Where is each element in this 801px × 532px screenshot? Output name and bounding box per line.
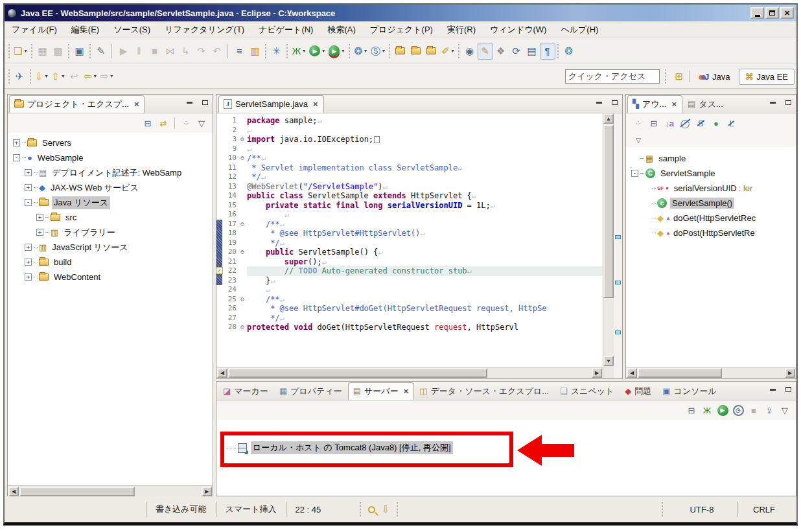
tab-outline[interactable]: ▚ アウ... × xyxy=(627,95,682,113)
expander-icon[interactable]: - xyxy=(13,154,20,161)
code-line-13[interactable]: 13@WebServlet("/ServletSample")↵ xyxy=(216,182,603,192)
code-editor[interactable]: 1package sample;↵2↵3⊕import java.io.IOEx… xyxy=(216,113,603,378)
tab-servletsample-java[interactable]: J ServletSample.java × xyxy=(218,95,324,113)
minimize-view-icon[interactable] xyxy=(594,98,604,107)
minimize-view-icon[interactable] xyxy=(767,98,778,107)
next-annotation-status-icon[interactable]: ⇩ xyxy=(378,502,393,516)
code-line-2[interactable]: 2↵ xyxy=(216,126,603,135)
perspective-java-button[interactable]: J Java xyxy=(692,68,737,85)
outline-item-sample[interactable]: ▦sample xyxy=(626,151,796,166)
code-line-18[interactable]: 18 * @see HttpServlet#HttpServlet()↵ xyxy=(216,229,603,238)
tab-data-source[interactable]: ◫データ・ソース・エクスプロ... xyxy=(414,382,555,400)
tree-item-webcontent[interactable]: +WebContent xyxy=(8,270,213,284)
close-icon[interactable]: × xyxy=(404,386,409,396)
code-line-23[interactable]: 23 }↵ xyxy=(216,276,603,286)
forward-icon[interactable]: ⇨▾ xyxy=(99,68,115,85)
code-line-14[interactable]: 14public class ServletSample extends Htt… xyxy=(216,191,603,201)
tab-servers[interactable]: ▤サーバー× xyxy=(348,382,415,400)
expander-icon[interactable]: - xyxy=(25,199,32,206)
tree-item-websample[interactable]: -●WebSample xyxy=(8,150,213,165)
tab-console[interactable]: ▣コンソール xyxy=(657,382,723,400)
tab-project-explorer[interactable]: プロジェクト・エクスプ... × xyxy=(9,95,145,113)
search-icon[interactable] xyxy=(364,502,378,516)
menu-リファクタリング[interactable]: リファクタリング(T) xyxy=(157,21,251,38)
menu-編集[interactable]: 編集(E) xyxy=(64,21,106,38)
view-caret-icon[interactable]: ▽ xyxy=(194,116,209,130)
tree-item-deployment-descriptor[interactable]: +▤デプロイメント記述子: WebSamp xyxy=(8,165,213,180)
expander-icon[interactable]: - xyxy=(631,170,638,177)
outline-item-serialversionuid[interactable]: SF▪serialVersionUID : lor xyxy=(626,181,796,196)
menu-ソース[interactable]: ソース(S) xyxy=(106,21,157,38)
minimize-view-icon[interactable] xyxy=(767,385,778,394)
maximize-view-icon[interactable] xyxy=(783,385,793,394)
open-perspective-icon[interactable]: ⊞ xyxy=(672,69,686,84)
code-line-10[interactable]: 10⊖/**↵ xyxy=(216,154,603,163)
editor-vscrollbar[interactable]: ▲ ▼ xyxy=(603,113,614,378)
launch-toolbar-icon[interactable]: ▥ xyxy=(247,43,262,60)
tree-item-build[interactable]: +build xyxy=(8,255,213,270)
outline-item-servletsample[interactable]: -CServletSample xyxy=(626,166,796,181)
fold-icon[interactable]: ⊕ xyxy=(238,135,247,145)
tab-snippets[interactable]: ❏スニペット xyxy=(555,382,620,400)
profile-server-icon[interactable]: ◷ xyxy=(731,403,745,417)
new-web-project-icon[interactable]: ❂▾ xyxy=(352,43,369,60)
expander-icon[interactable]: + xyxy=(25,273,32,281)
outline-hscrollbar[interactable]: ◀ ▶ xyxy=(626,367,796,378)
save-icon[interactable]: ▦ xyxy=(34,43,50,60)
tab-properties[interactable]: ▦プロパティー xyxy=(274,382,348,400)
link-with-editor-icon[interactable]: ⇄ xyxy=(156,116,170,130)
tree-item-javascript-resources[interactable]: +▥JavaScript リソース xyxy=(8,240,213,255)
menu-実行[interactable]: 実行(R) xyxy=(440,21,483,38)
new-servlet-icon[interactable]: Ⓢ▾ xyxy=(369,43,387,60)
tree-item-libraries[interactable]: +▥ライブラリー xyxy=(8,225,213,240)
code-line-28[interactable]: 28⊖protected void doGet(HttpServletReque… xyxy=(216,323,603,332)
run-icon[interactable]: ▶▾ xyxy=(307,43,327,60)
fold-icon[interactable]: ⊖ xyxy=(238,295,247,305)
tab-tasks[interactable]: ▤ タス... xyxy=(682,95,729,113)
close-icon[interactable]: × xyxy=(313,99,318,109)
code-line-20[interactable]: 20⊖ public ServletSample() {↵ xyxy=(216,248,603,257)
tree-item-servers[interactable]: +Servers xyxy=(8,135,213,150)
tab-problems[interactable]: ◆問題 xyxy=(620,382,657,400)
collapse-all-icon[interactable]: ⊟ xyxy=(141,116,155,130)
tree-item-jaxws[interactable]: +◆JAX-WS Web サービス xyxy=(8,180,213,195)
resume-icon[interactable]: ▶ xyxy=(115,43,131,60)
show-whitespace-icon[interactable]: ¶ xyxy=(540,43,555,60)
ruler-occurrence-marker[interactable] xyxy=(615,330,621,334)
menu-検索[interactable]: 検索(A) xyxy=(320,21,362,38)
previous-annotation-icon[interactable]: ⇧▾ xyxy=(50,68,67,85)
tree-item-src[interactable]: +src xyxy=(8,210,213,225)
ruler-occurrence-marker[interactable] xyxy=(615,281,621,284)
expander-icon[interactable]: + xyxy=(36,214,43,221)
quick-access-input[interactable] xyxy=(565,69,660,84)
code-line-24[interactable]: 24 ↵ xyxy=(216,285,603,295)
code-line-12[interactable]: 12 */↵ xyxy=(216,172,603,182)
hide-static-icon[interactable]: S xyxy=(693,116,708,130)
maximize-view-icon[interactable] xyxy=(200,98,210,107)
run-on-server-icon[interactable]: ✈ xyxy=(12,68,27,85)
open-browser-icon[interactable]: ❂ xyxy=(561,43,577,60)
synchronize-icon[interactable]: ⟳ xyxy=(509,43,524,60)
code-line-27[interactable]: 27 */↵ xyxy=(216,314,603,323)
menu-プロジェクト[interactable]: プロジェクト(P) xyxy=(363,21,440,38)
menu-ファイル[interactable]: ファイル(F) xyxy=(5,21,64,38)
publish-server-icon[interactable]: ⇪ xyxy=(762,403,776,417)
code-line-1[interactable]: 1package sample;↵ xyxy=(216,116,603,126)
code-line-22[interactable]: ✓22 // TODO Auto-generated constructor s… xyxy=(216,266,603,276)
tree-item-java-resources[interactable]: -Java リソース xyxy=(8,195,213,210)
close-icon[interactable]: × xyxy=(134,99,139,109)
last-edit-location-icon[interactable]: ↩ xyxy=(66,68,82,85)
code-line-25[interactable]: 25⊖ /**↵ xyxy=(216,295,603,305)
code-line-19[interactable]: 19 */↵ xyxy=(216,238,603,248)
expander-icon[interactable]: + xyxy=(25,244,32,251)
code-line-9[interactable]: 9↵ xyxy=(216,145,603,154)
ruler-occurrence-marker[interactable] xyxy=(615,235,621,239)
minimize-button[interactable] xyxy=(750,7,764,19)
tab-markers[interactable]: ◪マーカー xyxy=(218,382,274,400)
project-explorer-hscrollbar[interactable]: ◀ ▶ xyxy=(8,485,213,497)
outline-item-dopost[interactable]: ◆▴doPost(HttpServletRe xyxy=(626,226,796,240)
menu-ナビゲート[interactable]: ナビゲート(N) xyxy=(251,21,320,38)
view-menu-icon[interactable]: ⁘ xyxy=(631,116,645,130)
menu-ヘルプ[interactable]: ヘルプ(H) xyxy=(553,21,605,38)
step-over-icon[interactable]: ↷ xyxy=(193,43,209,60)
